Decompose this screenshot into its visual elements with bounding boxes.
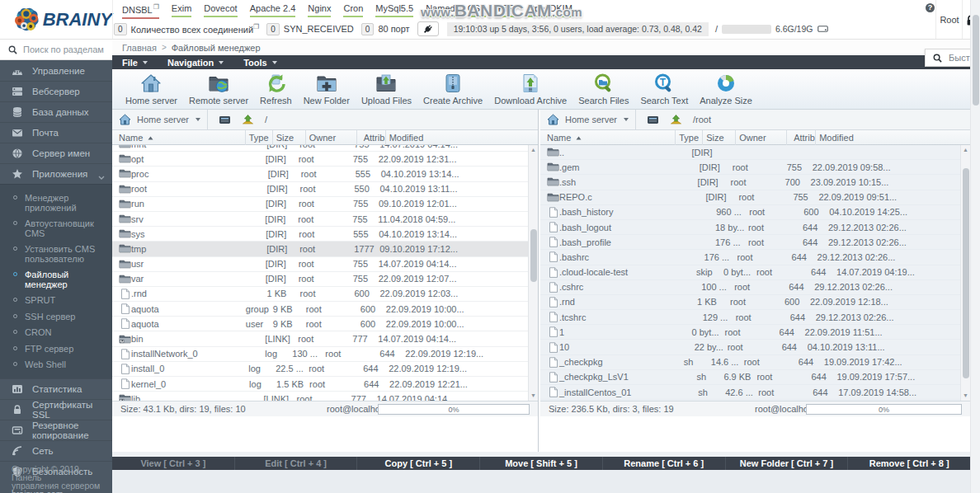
file-row-kernel_0[interactable]: kernel_0log1.5 KBroot64422.09.2019 12:21… — [112, 377, 528, 392]
server-select-left[interactable]: Home server — [112, 110, 208, 130]
column-type[interactable]: Type — [675, 130, 702, 145]
menubar-item-file[interactable]: File — [122, 58, 148, 68]
file-row-.rnd[interactable]: .rnd1 KBroot60022.09.2019 12:03... — [112, 287, 528, 302]
sidebar-item-mail[interactable]: Почта — [0, 122, 112, 143]
scroll-up-icon[interactable]: ▲ — [961, 145, 970, 155]
file-row-run[interactable]: run[DIR]root75509.10.2019 12:01... — [112, 197, 528, 212]
file-row-.cshrc[interactable]: .cshrc100 ...root64429.12.2013 02:26... — [540, 280, 960, 295]
service-link-exim[interactable]: Exim — [172, 3, 191, 17]
footer-button-remove[interactable]: Remove [ Ctrl + 8 ] — [847, 457, 970, 470]
toolbar-upload-files-button[interactable]: Upload Files — [356, 69, 417, 109]
file-row-opt[interactable]: opt[DIR]root75522.09.2019 12:31... — [112, 152, 528, 167]
service-link-nginx[interactable]: Nginx — [308, 3, 331, 17]
file-row-sys[interactable]: sys[DIR]root55504.10.2019 13:14... — [112, 227, 528, 242]
sidebar-subitem-менеджер-приложений[interactable]: Менеджер приложений — [0, 190, 112, 216]
file-row-installNetwork_0[interactable]: installNetwork_0log130 ...root64422.09.2… — [112, 347, 528, 362]
column-name[interactable]: Name — [112, 130, 245, 145]
footer-button-view[interactable]: View [ Ctrl + 3 ] — [112, 457, 234, 470]
page-scrollbar-thumb[interactable] — [973, 15, 979, 106]
toolbar-analyze-size-button[interactable]: Analyze Size — [694, 69, 758, 109]
service-link-dnsbl[interactable]: DNSBL❐ — [122, 3, 159, 19]
service-link-named[interactable]: Named — [426, 3, 455, 17]
toolbar-new-folder-button[interactable]: New Folder — [298, 69, 356, 109]
file-row-REPO.c[interactable]: REPO.c[DIR]root75522.09.2019 09:51... — [540, 190, 960, 205]
file-row-.bash_profile[interactable]: .bash_profile176 ...root64429.12.2013 02… — [540, 235, 960, 250]
sidebar-item-server[interactable]: Вебсервер — [0, 81, 112, 101]
toolbar-refresh-button[interactable]: Refresh — [254, 69, 298, 109]
sidebar-item-globe[interactable]: Сервер имен — [0, 143, 112, 163]
service-link-opendkim[interactable]: OpenDKIM — [527, 3, 572, 17]
footer-button-copy[interactable]: Copy [ Ctrl + 5 ] — [356, 457, 479, 470]
service-link-ftp[interactable]: FTP — [498, 3, 516, 17]
file-row-.rnd[interactable]: .rnd1 KBroot60022.09.2019 12:18... — [540, 295, 960, 310]
file-row-1[interactable]: 10 byt...root64422.09.2019 11:51... — [540, 325, 960, 340]
sidebar-item-network[interactable]: Сеть — [0, 440, 112, 461]
service-link-dovecot[interactable]: Dovecot — [204, 3, 237, 17]
column-size[interactable]: Size — [702, 130, 735, 145]
service-link-mysql5-5[interactable]: MySql5.5 — [375, 3, 413, 17]
file-row-_installCentos_01[interactable]: _installCentos_01sh42.6 ...root64417.09.… — [540, 385, 960, 400]
file-row-.cloud-locale-test[interactable]: .cloud-locale-testskip0 byt...root64414.… — [540, 265, 960, 280]
table-scrollbar-right[interactable]: ▲▼ — [960, 145, 970, 401]
file-row-root[interactable]: root[DIR]root55004.10.2019 13:11... — [112, 182, 528, 197]
file-row-.tcshrc[interactable]: .tcshrc129 ...root64429.12.2013 02:26... — [540, 310, 960, 325]
sidebar-subitem-sprut[interactable]: SPRUT — [0, 293, 112, 309]
footer-button-edit[interactable]: Edit [ Ctrl + 4 ] — [234, 457, 357, 470]
sidebar-item-backup[interactable]: Резервное копирование — [0, 420, 112, 440]
column-modified[interactable]: Modified — [385, 130, 538, 145]
file-row-_checkpkg_LsV1[interactable]: _checkpkg_LsV1sh6.9 KBroot64419.09.2019 … — [540, 370, 960, 385]
sidebar-item-star[interactable]: Приложения — [0, 163, 112, 184]
scrollbar-thumb[interactable] — [963, 168, 969, 378]
sidebar-subitem-автоустановщик-cms[interactable]: Автоустановщик CMS — [0, 216, 112, 242]
level-up-button-right[interactable] — [670, 115, 682, 125]
footer-button-new[interactable]: New Folder [ Ctrl + 7 ] — [725, 457, 848, 470]
column-size[interactable]: Size — [272, 130, 305, 145]
file-row-install_0[interactable]: install_0log22.5 ...root64422.09.2019 12… — [112, 362, 528, 377]
toolbar-search-files-button[interactable]: Search Files — [572, 69, 634, 109]
footer-button-rename[interactable]: Rename [ Ctrl + 6 ] — [602, 457, 725, 470]
sidebar-item-stats[interactable]: Статистика — [0, 378, 112, 399]
file-row-_checkpkg[interactable]: _checkpkgsh14.6 ...root64419.09.2019 17:… — [540, 355, 960, 370]
level-up-button-left[interactable] — [242, 115, 254, 125]
column-owner[interactable]: Owner — [305, 130, 356, 145]
service-link-cron[interactable]: Cron — [343, 3, 363, 17]
toolbar-remote-server-button[interactable]: Remote server — [183, 69, 254, 109]
page-scrollbar[interactable] — [970, 0, 980, 493]
file-row-var[interactable]: var[DIR]root75522.09.2019 12:07... — [112, 272, 528, 287]
toolbar-download-archive-button[interactable]: Download Archive — [488, 69, 572, 109]
service-link-apache-2-4[interactable]: Apache 2.4 — [250, 3, 296, 17]
toolbar-create-archive-button[interactable]: Create Archive — [417, 69, 488, 109]
logo[interactable]: BRAINY — [12, 3, 112, 36]
toolbar-home-server-button[interactable]: Home server — [120, 69, 183, 109]
menubar-item-tools[interactable]: Tools — [243, 58, 277, 68]
user-label[interactable]: Root — [937, 15, 962, 25]
file-row-.bash_logout[interactable]: .bash_logout18 by...root64429.12.2013 02… — [540, 220, 960, 235]
drive-button-left[interactable] — [219, 115, 231, 125]
file-row-.bashrc[interactable]: .bashrc176 ...root64429.12.2013 02:26... — [540, 250, 960, 265]
column-owner[interactable]: Owner — [735, 130, 786, 145]
breadcrumb-home[interactable]: Главная — [122, 43, 157, 53]
table-scrollbar-left[interactable]: ▲▼ — [528, 145, 538, 401]
service-link-csf[interactable]: CSF — [468, 3, 486, 17]
file-row-lib[interactable]: lib[LINK]root77714.07.2019 04:14... — [112, 392, 528, 401]
scroll-down-icon[interactable]: ▼ — [529, 391, 538, 401]
column-modified[interactable]: Modified — [815, 130, 970, 145]
column-attrib[interactable]: Attrib... — [356, 130, 385, 145]
file-row-.ssh[interactable]: .ssh[DIR]root70023.09.2019 10:15... — [540, 175, 960, 190]
column-type[interactable]: Type — [245, 130, 272, 145]
help-icon[interactable]: ? — [926, 3, 935, 12]
sidebar-search-input[interactable] — [23, 45, 106, 54]
column-attrib[interactable]: Attrib... — [786, 130, 815, 145]
menubar-item-navigation[interactable]: Navigation — [167, 58, 224, 68]
scroll-up-icon[interactable]: ▲ — [529, 145, 538, 155]
column-name[interactable]: Name — [540, 130, 675, 145]
file-row-mnt[interactable]: mnt[DIR]root75514.07.2019 04:14... — [112, 145, 528, 152]
drive-button-right[interactable] — [647, 115, 659, 125]
copyright-link[interactable]: brainycp.com — [12, 489, 63, 493]
file-row-10[interactable]: 1022 by...root64404.10.2019 13:11... — [540, 340, 960, 354]
file-row-..[interactable]: ..[DIR] — [540, 145, 960, 160]
server-select-right[interactable]: Home server — [540, 110, 636, 130]
sidebar-item-dashboard[interactable]: Управление — [0, 60, 112, 81]
plug-button[interactable] — [417, 21, 439, 36]
sidebar-subitem-установить-cms-пользователю[interactable]: Установить CMS пользователю — [0, 242, 112, 267]
